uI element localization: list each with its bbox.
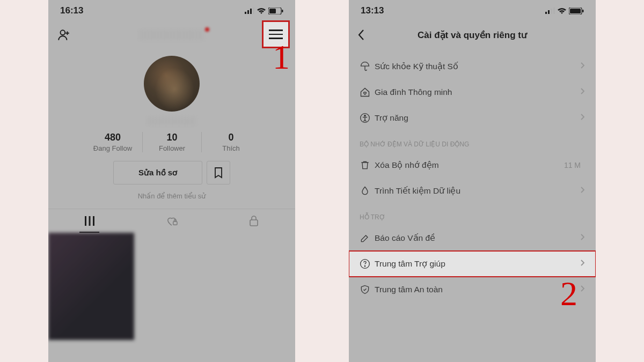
row-family-pairing[interactable]: Gia đình Thông minh xyxy=(349,79,596,105)
trash-icon xyxy=(360,160,375,171)
umbrella-icon xyxy=(360,61,375,72)
svg-rect-12 xyxy=(250,220,258,226)
username-blurred xyxy=(140,29,204,40)
bookmark-button[interactable] xyxy=(207,161,230,184)
question-circle-icon xyxy=(360,258,375,269)
status-time: 16:13 xyxy=(60,5,83,16)
profile-top-nav xyxy=(48,21,295,48)
chevron-right-icon xyxy=(580,62,585,71)
row-label: Trợ năng xyxy=(375,113,580,123)
wifi-icon xyxy=(257,8,266,14)
svg-rect-8 xyxy=(85,216,86,226)
followers-count: 10 xyxy=(143,132,201,143)
row-accessibility[interactable]: Trợ năng xyxy=(349,105,596,131)
svg-rect-0 xyxy=(245,12,246,14)
followers-stat[interactable]: 10 Follower xyxy=(142,132,201,152)
followers-label: Follower xyxy=(143,144,201,152)
row-label: Gia đình Thông minh xyxy=(375,87,580,97)
svg-point-21 xyxy=(364,115,366,117)
chevron-right-icon xyxy=(580,113,585,123)
svg-rect-10 xyxy=(93,216,94,226)
svg-rect-13 xyxy=(545,12,547,14)
svg-rect-9 xyxy=(89,216,90,226)
cellular-icon xyxy=(245,8,254,14)
notification-dot-icon xyxy=(205,27,209,32)
status-bar: 13:13 xyxy=(349,0,596,21)
row-report-problem[interactable]: Báo cáo Vấn đề xyxy=(349,225,596,251)
row-label: Sức khỏe Kỹ thuật Số xyxy=(375,62,580,71)
chevron-right-icon xyxy=(580,186,585,196)
svg-rect-16 xyxy=(553,8,555,14)
battery-icon xyxy=(268,8,283,14)
section-cache: BỘ NHỚ ĐỆM VÀ DỮ LIỆU DI ĐỘNG xyxy=(349,131,596,152)
row-label: Xóa Bộ nhớ đệm xyxy=(375,160,564,170)
shield-check-icon xyxy=(360,284,375,295)
profile-actions: Sửa hồ sơ xyxy=(48,161,295,184)
edit-profile-button[interactable]: Sửa hồ sơ xyxy=(113,161,202,184)
settings-screen: 13:13 Cài đặt và quyền riêng tư Sức khỏe… xyxy=(349,0,596,362)
row-data-saver[interactable]: Trình Tiết kiệm Dữ liệu xyxy=(349,178,596,204)
profile-tabs xyxy=(48,209,295,233)
svg-rect-11 xyxy=(173,221,177,225)
handle-blurred xyxy=(148,117,196,125)
cache-size: 11 M xyxy=(564,161,581,169)
profile-screen: 16:13 480 Đang Follow 10 Follower 0 xyxy=(48,0,295,362)
settings-top-nav: Cài đặt và quyền riêng tư xyxy=(349,21,596,48)
lock-icon xyxy=(249,216,259,226)
home-heart-icon xyxy=(360,87,375,98)
svg-rect-6 xyxy=(282,10,283,12)
hamburger-icon xyxy=(269,27,283,42)
pencil-icon xyxy=(360,233,375,243)
avatar[interactable] xyxy=(144,56,200,112)
svg-rect-19 xyxy=(582,10,584,12)
svg-rect-14 xyxy=(548,10,550,14)
section-support: HỖ TRỢ xyxy=(349,204,596,225)
status-icons xyxy=(545,8,584,14)
tab-liked[interactable] xyxy=(130,209,213,233)
status-bar: 16:13 xyxy=(48,0,295,21)
row-safety-center[interactable]: Trung tâm An toàn xyxy=(349,277,596,302)
cellular-icon xyxy=(545,8,555,14)
video-thumbnail[interactable] xyxy=(48,233,134,340)
settings-title: Cài đặt và quyền riêng tư xyxy=(349,29,596,41)
wifi-icon xyxy=(557,8,567,14)
status-time: 13:13 xyxy=(361,5,384,16)
row-clear-cache[interactable]: Xóa Bộ nhớ đệm 11 M xyxy=(349,152,596,178)
feed-grid-icon xyxy=(84,216,95,226)
tab-posts[interactable] xyxy=(48,209,130,233)
svg-rect-15 xyxy=(551,9,552,14)
likes-label: Thích xyxy=(202,144,260,152)
svg-rect-1 xyxy=(247,10,249,14)
svg-rect-18 xyxy=(570,9,581,13)
chevron-right-icon xyxy=(580,285,585,294)
chevron-right-icon xyxy=(580,259,585,269)
accessibility-icon xyxy=(360,113,375,123)
battery-icon xyxy=(569,8,584,14)
row-digital-wellbeing[interactable]: Sức khỏe Kỹ thuật Số xyxy=(349,54,596,79)
chevron-right-icon xyxy=(580,87,585,97)
svg-point-23 xyxy=(364,266,365,267)
svg-rect-5 xyxy=(269,9,276,13)
following-label: Đang Follow xyxy=(83,144,142,152)
row-label: Trung tâm Trợ giúp xyxy=(375,259,580,269)
row-help-center[interactable]: Trung tâm Trợ giúp xyxy=(349,251,596,277)
likes-count: 0 xyxy=(202,132,260,143)
row-label: Trình Tiết kiệm Dữ liệu xyxy=(375,186,580,196)
svg-rect-2 xyxy=(250,9,252,14)
drop-icon xyxy=(360,186,375,196)
chevron-right-icon xyxy=(580,233,585,243)
bookmark-icon xyxy=(214,167,223,179)
row-label: Trung tâm An toàn xyxy=(375,285,580,294)
row-label: Báo cáo Vấn đề xyxy=(375,233,580,243)
bio-hint[interactable]: Nhấn để thêm tiểu sử xyxy=(48,192,295,200)
following-stat[interactable]: 480 Đang Follow xyxy=(83,132,142,152)
menu-button[interactable] xyxy=(262,20,290,48)
tab-private[interactable] xyxy=(213,209,295,233)
profile-stats: 480 Đang Follow 10 Follower 0 Thích xyxy=(48,132,295,152)
status-icons xyxy=(245,8,283,14)
following-count: 480 xyxy=(83,132,142,143)
svg-rect-3 xyxy=(253,8,254,14)
heart-lock-icon xyxy=(166,216,178,226)
likes-stat[interactable]: 0 Thích xyxy=(201,132,260,152)
